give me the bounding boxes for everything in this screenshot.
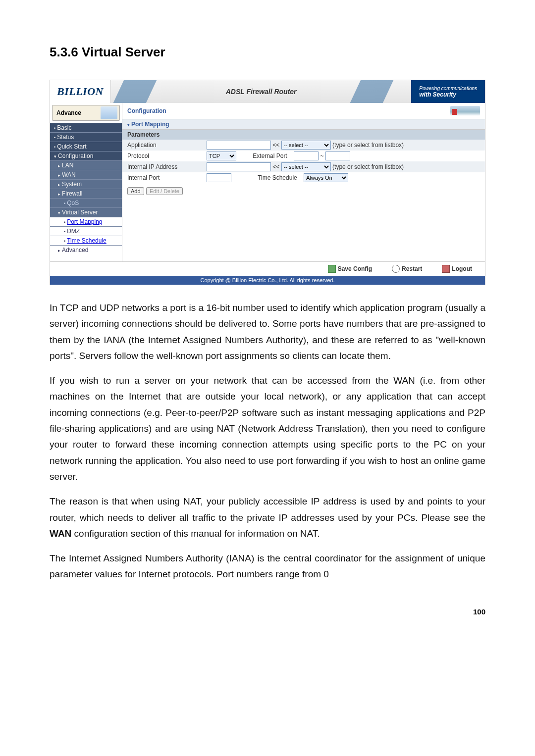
body-paragraph-1: In TCP and UDP networks a port is a 16-b…	[50, 300, 485, 364]
nav-item-dmz[interactable]: •DMZ	[50, 226, 122, 236]
edit-delete-button[interactable]: Edit / Delete	[146, 187, 183, 195]
p3-part-a: The reason is that when using NAT, your …	[50, 496, 485, 522]
arrows-icon: <<	[272, 163, 279, 170]
main-heading: Configuration	[127, 107, 166, 114]
nav-item-virtual-server[interactable]: ▾Virtual Server	[50, 207, 122, 217]
panel-title-text: Port Mapping	[131, 121, 169, 128]
copyright-bar: Copyright @ Billion Electric Co., Ltd. A…	[50, 276, 485, 285]
nav-item-quick-start[interactable]: •Quick Start	[50, 142, 122, 151]
nav-label: LAN	[62, 162, 73, 169]
application-input[interactable]	[207, 141, 271, 150]
tagline: Powering communications with Security	[411, 80, 485, 103]
nav-label: QoS	[67, 200, 79, 206]
page-number: 100	[50, 607, 485, 616]
nav-item-status[interactable]: •Status	[50, 132, 122, 142]
bullet-icon: •	[64, 220, 65, 225]
time-schedule-select[interactable]: Always On	[304, 173, 348, 182]
restart-label: Restart	[402, 265, 422, 272]
nav-label: System	[62, 181, 82, 188]
nav-label: Quick Start	[57, 143, 86, 150]
nav-link[interactable]: Time Schedule	[67, 237, 107, 244]
tagline-top: Powering communications	[419, 86, 477, 91]
protocol-label: Protocol	[122, 151, 202, 161]
bullet-icon: •	[54, 126, 55, 131]
mode-tab-label: Advance	[56, 109, 81, 116]
nav-item-system[interactable]: ▸System	[50, 179, 122, 189]
time-schedule-label: Time Schedule	[258, 174, 297, 181]
nav-label: Firewall	[62, 190, 82, 197]
nav-item-advanced[interactable]: ▸Advanced	[50, 245, 122, 254]
tilde-label: ~	[320, 152, 323, 159]
nav-link[interactable]: Port Mapping	[67, 218, 102, 225]
chevron-icon: ▸	[58, 248, 60, 253]
restart-icon	[392, 265, 400, 273]
external-port-from-input[interactable]	[294, 151, 319, 160]
nav-label: WAN	[62, 171, 76, 178]
nav-label: Virtual Server	[62, 209, 98, 216]
panel-title: ▾Port Mapping	[122, 119, 485, 130]
nav-item-configuration[interactable]: ▾Configuration	[50, 151, 122, 160]
panel-subtitle: Parameters	[122, 130, 485, 140]
bullet-icon: •	[64, 239, 65, 244]
application-select[interactable]: -- select --	[281, 141, 331, 150]
bullet-icon: •	[64, 229, 65, 234]
chevron-icon: ▾	[58, 210, 60, 215]
nav-item-port-mapping[interactable]: •Port Mapping	[50, 217, 122, 226]
p3-part-c: configuration section of this manual for…	[71, 528, 320, 539]
nav-item-wan[interactable]: ▸WAN	[50, 170, 122, 179]
internal-ip-input[interactable]	[207, 162, 271, 171]
logout-label: Logout	[452, 265, 472, 272]
internal-ip-label: Internal IP Address	[122, 161, 202, 172]
main-panel: Configuration ▾Port Mapping Parameters A…	[122, 103, 485, 261]
chevron-icon: ▸	[58, 173, 60, 178]
bullet-icon: •	[64, 201, 65, 206]
save-icon	[328, 265, 336, 273]
header-illustration-icon	[450, 106, 480, 116]
internal-port-input[interactable]	[207, 173, 231, 182]
internal-ip-hint: (type or select from listbox)	[332, 163, 404, 170]
body-paragraph-2: If you wish to run a server on your netw…	[50, 373, 485, 485]
section-heading: 5.3.6 Virtual Server	[50, 45, 485, 60]
restart-button[interactable]: Restart	[392, 265, 422, 273]
footer-bar: Save Config Restart Logout	[50, 261, 485, 276]
arrows-icon: <<	[272, 142, 279, 149]
nav-list: •Basic•Status•Quick Start▾Configuration▸…	[50, 123, 122, 254]
tagline-bottom: with Security	[419, 91, 477, 98]
sidebar: Advance •Basic•Status•Quick Start▾Config…	[50, 103, 122, 261]
application-hint: (type or select from listbox)	[332, 142, 404, 149]
p3-part-b: WAN	[50, 528, 71, 539]
protocol-select[interactable]: TCP	[207, 151, 236, 160]
add-button[interactable]: Add	[127, 187, 144, 195]
nav-label: Basic	[57, 124, 71, 131]
nav-item-qos[interactable]: •QoS	[50, 198, 122, 207]
application-label: Application	[122, 140, 202, 151]
external-port-label: External Port	[253, 152, 287, 159]
logout-button[interactable]: Logout	[442, 265, 472, 273]
nav-item-firewall[interactable]: ▸Firewall	[50, 189, 122, 198]
nav-label: Configuration	[58, 152, 93, 159]
chevron-icon: ▾	[54, 154, 56, 159]
router-header: BILLION ADSL Firewall Router Powering co…	[50, 80, 485, 103]
router-screenshot: BILLION ADSL Firewall Router Powering co…	[50, 80, 485, 285]
save-config-label: Save Config	[338, 265, 372, 272]
chevron-icon: ▸	[58, 192, 60, 197]
bullet-icon: •	[54, 135, 55, 140]
nav-label: Status	[57, 134, 74, 141]
nav-item-time-schedule[interactable]: •Time Schedule	[50, 236, 122, 245]
external-port-to-input[interactable]	[325, 151, 350, 160]
nav-label: DMZ	[67, 228, 80, 235]
mode-tab-illustration	[101, 106, 117, 119]
nav-item-basic[interactable]: •Basic	[50, 123, 122, 132]
nav-label: Advanced	[62, 247, 88, 253]
chevron-icon: ▸	[58, 182, 60, 187]
mode-tab-advance[interactable]: Advance	[52, 105, 120, 121]
nav-item-lan[interactable]: ▸LAN	[50, 160, 122, 170]
logout-icon	[442, 265, 450, 273]
bullet-icon: •	[54, 145, 55, 150]
internal-port-label: Internal Port	[122, 172, 202, 183]
chevron-icon: ▸	[58, 163, 60, 168]
body-paragraph-3: The reason is that when using NAT, your …	[50, 494, 485, 542]
save-config-button[interactable]: Save Config	[328, 265, 372, 273]
body-paragraph-4: The Internet Assigned Numbers Authority …	[50, 551, 485, 583]
internal-ip-select[interactable]: -- select --	[281, 162, 331, 171]
